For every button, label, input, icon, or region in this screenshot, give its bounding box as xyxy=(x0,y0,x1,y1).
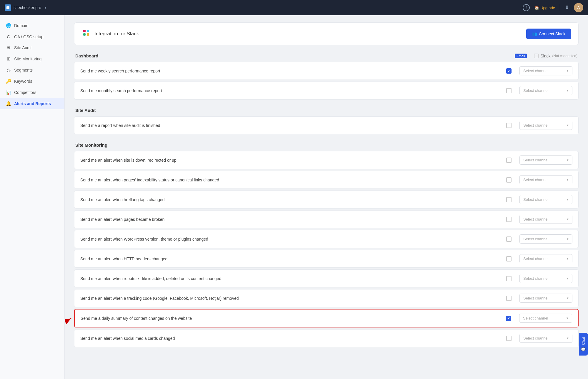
sidebar-item-ga-gsc[interactable]: G GA / GSC setup xyxy=(0,31,64,42)
integration-card: Integration for Slack 👥 Connect Slack xyxy=(74,22,579,45)
email-column-header: Email xyxy=(515,54,527,58)
email-check-monthly[interactable] xyxy=(506,88,512,93)
site-name[interactable]: sitechecker.pro xyxy=(14,5,41,10)
sidebar-item-site-audit[interactable]: ✳ Site Audit xyxy=(0,42,64,53)
topnav-right: ? 🏠 Upgrade ⬇ A xyxy=(523,3,583,12)
site-chevron-icon[interactable]: ▾ xyxy=(45,6,46,10)
segments-icon: ◎ xyxy=(6,67,11,73)
slack-select-tracking-code[interactable]: Select channel ▾ xyxy=(519,294,572,303)
sidebar-label-alerts: Alerts and Reports xyxy=(14,101,51,106)
email-check-hreflang[interactable] xyxy=(506,197,512,202)
slack-select-broken-pages[interactable]: Select channel ▾ xyxy=(519,215,572,224)
sidebar: 🌐 Domain G GA / GSC setup ✳ Site Audit ⊞… xyxy=(0,15,65,379)
select-arrow-audit: ▾ xyxy=(567,123,569,127)
chat-label: Chat xyxy=(581,337,586,345)
slack-select-wordpress[interactable]: Select channel ▾ xyxy=(519,234,572,244)
svg-rect-1 xyxy=(87,30,89,32)
row-controls-social-media: Select channel ▾ xyxy=(503,334,572,343)
slack-logo-icon xyxy=(81,28,91,39)
row-controls-weekly: Select channel ▾ xyxy=(503,66,572,75)
row-text-robots-txt: Send me an alert when robots.txt file is… xyxy=(80,276,503,281)
row-text-site-down: Send me an alert when site is down, redi… xyxy=(80,158,503,163)
logo-icon xyxy=(5,4,11,11)
email-check-wordpress[interactable] xyxy=(506,236,512,242)
audit-section-title: Site Audit xyxy=(75,108,96,113)
download-button[interactable]: ⬇ xyxy=(565,4,569,11)
slack-select-daily-summary[interactable]: Select channel ▾ xyxy=(519,314,572,323)
row-robots-txt: Send me an alert when robots.txt file is… xyxy=(74,269,579,287)
competitors-icon: 📊 xyxy=(6,90,11,95)
row-site-down: Send me an alert when site is down, redi… xyxy=(74,151,579,169)
connect-label: Connect Slack xyxy=(539,32,565,36)
sidebar-item-domain[interactable]: 🌐 Domain xyxy=(0,20,64,31)
row-controls-robots-txt: Select channel ▾ xyxy=(503,274,572,283)
sidebar-label-ga: GA / GSC setup xyxy=(14,34,44,39)
sidebar-label-segments: Segments xyxy=(14,68,33,72)
row-text-hreflang: Send me an alert when hreflang tags chan… xyxy=(80,197,503,202)
slack-select-http-headers[interactable]: Select channel ▾ xyxy=(519,254,572,263)
upgrade-button[interactable]: 🏠 Upgrade xyxy=(534,6,555,10)
row-social-media: Send me an alert when social media cards… xyxy=(74,329,579,347)
row-controls-http-headers: Select channel ▾ xyxy=(503,254,572,263)
help-button[interactable]: ? xyxy=(523,4,530,11)
email-check-site-down[interactable] xyxy=(506,158,512,163)
sidebar-item-site-monitoring[interactable]: ⊞ Site Monitoring xyxy=(0,53,64,64)
sidebar-label-keywords: Keywords xyxy=(14,79,32,84)
email-check-broken-pages[interactable] xyxy=(506,217,512,222)
slack-select-audit[interactable]: Select channel ▾ xyxy=(519,121,572,130)
row-text-broken-pages: Send me an alert when pages became broke… xyxy=(80,217,503,222)
email-check-indexability[interactable] xyxy=(506,177,512,183)
slack-select-monthly[interactable]: Select channel ▾ xyxy=(519,86,572,95)
select-placeholder-audit: Select channel xyxy=(523,123,548,128)
connect-icon: 👥 xyxy=(532,32,537,36)
email-check-audit[interactable] xyxy=(506,123,512,128)
upgrade-label: Upgrade xyxy=(540,6,555,10)
row-controls-monthly: Select channel ▾ xyxy=(503,86,572,95)
slack-select-indexability[interactable]: Select channel ▾ xyxy=(519,175,572,184)
annotation-arrow xyxy=(65,310,74,327)
section-header-dashboard: Dashboard Email Slack (Not connected) xyxy=(74,53,579,58)
email-check-daily-summary[interactable] xyxy=(506,316,511,321)
email-check-tracking-code[interactable] xyxy=(506,296,512,301)
slack-select-social-media[interactable]: Select channel ▾ xyxy=(519,334,572,343)
email-check-http-headers[interactable] xyxy=(506,256,512,262)
email-check-social-media[interactable] xyxy=(506,336,512,341)
slack-select-robots-txt[interactable]: Select channel ▾ xyxy=(519,274,572,283)
email-checkbox-weekly xyxy=(503,68,515,74)
slack-select-hreflang[interactable]: Select channel ▾ xyxy=(519,195,572,204)
slack-column-header: Slack (Not connected) xyxy=(534,54,577,58)
sidebar-item-segments[interactable]: ◎ Segments xyxy=(0,64,64,76)
row-controls-hreflang: Select channel ▾ xyxy=(503,195,572,204)
user-avatar[interactable]: A xyxy=(574,3,583,12)
monitoring-section-title: Site Monitoring xyxy=(75,143,107,148)
select-arrow-weekly: ▾ xyxy=(567,69,569,73)
connect-slack-button[interactable]: 👥 Connect Slack xyxy=(526,29,571,39)
highlighted-row-container: Send me a daily summary of content chang… xyxy=(74,309,579,327)
site-audit-section: Site Audit Send me a report when site au… xyxy=(74,108,579,134)
sidebar-item-keywords[interactable]: 🔑 Keywords xyxy=(0,76,64,87)
row-monthly-report: Send me monthly search performance repor… xyxy=(74,82,579,100)
topnav-divider xyxy=(560,4,560,11)
dashboard-section: Dashboard Email Slack (Not connected) Se… xyxy=(74,53,579,100)
email-check-weekly[interactable] xyxy=(506,68,512,74)
chat-button[interactable]: 💬 Chat xyxy=(579,333,588,355)
ga-icon: G xyxy=(6,34,11,39)
row-text-daily-summary: Send me a daily summary of content chang… xyxy=(81,316,503,321)
row-controls-indexability: Select channel ▾ xyxy=(503,175,572,184)
row-text-social-media: Send me an alert when social media cards… xyxy=(80,336,503,341)
row-daily-summary: Send me a daily summary of content chang… xyxy=(74,309,579,327)
row-wordpress: Send me an alert when WordPress version,… xyxy=(74,230,579,248)
select-placeholder-weekly: Select channel xyxy=(523,69,548,73)
slack-select-site-down[interactable]: Select channel ▾ xyxy=(519,155,572,165)
section-header-monitoring: Site Monitoring xyxy=(74,143,579,148)
sidebar-item-alerts-reports[interactable]: 🔔 Alerts and Reports xyxy=(0,98,64,109)
email-check-robots-txt[interactable] xyxy=(506,276,512,281)
slack-select-weekly[interactable]: Select channel ▾ xyxy=(519,66,572,75)
sidebar-item-competitors[interactable]: 📊 Competitors xyxy=(0,87,64,98)
email-checkbox-monthly xyxy=(503,88,515,93)
row-controls-broken-pages: Select channel ▾ xyxy=(503,215,572,224)
row-controls-daily-summary: Select channel ▾ xyxy=(503,314,572,323)
integration-info: Integration for Slack xyxy=(81,28,139,39)
select-placeholder-monthly: Select channel xyxy=(523,88,548,93)
email-checkbox-audit xyxy=(503,123,515,128)
